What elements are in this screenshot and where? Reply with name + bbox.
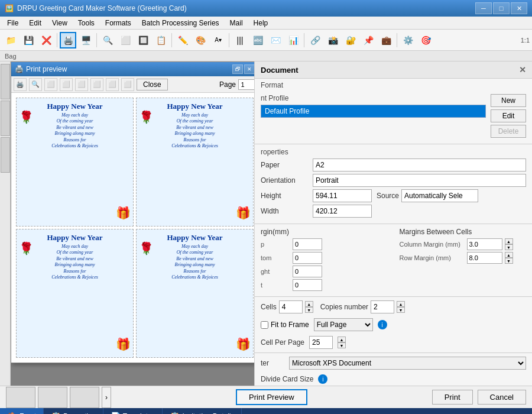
row-margin-down[interactable]: ▼	[505, 258, 513, 264]
preview-print-btn[interactable]: 🖨️	[14, 78, 27, 91]
fullpage-select[interactable]: Full Page	[314, 318, 373, 331]
margin-bottom-input[interactable]	[293, 252, 322, 264]
toolbar-text2[interactable]: 🔤	[249, 32, 266, 48]
paper-input[interactable]	[313, 159, 526, 172]
print-button[interactable]: Print	[432, 390, 473, 405]
toolbar-lock[interactable]: 🔐	[342, 32, 359, 48]
preview-zoom-btn[interactable]: 🔍	[29, 78, 42, 91]
toolbar: 📁 💾 ❌ 🖨️ 🖥️ 🔍 ⬜ 🔲 📋 ✏️ 🎨 A▾ ||| 🔤 ✉️ 📊 🔗…	[0, 30, 532, 51]
toolbar-paint[interactable]: 🎨	[192, 32, 209, 48]
copies-down[interactable]: ▼	[397, 307, 405, 313]
width-input[interactable]	[313, 205, 372, 218]
tab-invitation[interactable]: 📋 Invitation Details	[163, 408, 242, 414]
toolbar-email[interactable]: ✉️	[267, 32, 284, 48]
cell-per-page-input[interactable]	[309, 336, 333, 349]
toolbar-new[interactable]: 📁	[2, 32, 19, 48]
preview-close-label-btn[interactable]: Close	[137, 79, 168, 90]
tab-front[interactable]: 🏠 Front	[0, 408, 44, 414]
toolbar-chart[interactable]: 📊	[285, 32, 301, 48]
preview-fit6-btn[interactable]: ⬜	[121, 78, 134, 91]
tab-properties[interactable]: 📋 Properties	[44, 408, 103, 414]
cellperpage-down[interactable]: ▼	[338, 342, 346, 348]
page-input[interactable]	[238, 79, 254, 90]
toolbar-text-small[interactable]: A▾	[210, 32, 226, 48]
printer-select[interactable]: Microsoft XPS Document	[289, 357, 526, 370]
preview-title-bar: 🖨️ Print preview 🗗 ✕	[11, 62, 254, 76]
menu-file[interactable]: File	[2, 18, 23, 28]
column-margin-input[interactable]	[467, 238, 502, 250]
fit-to-frame-checkbox[interactable]	[261, 321, 268, 329]
toolbar-copy[interactable]: 📋	[153, 32, 169, 48]
toolbar-pen[interactable]: ✏️	[174, 32, 191, 48]
divide-info-icon[interactable]: i	[318, 374, 327, 384]
new-profile-button[interactable]: New	[491, 94, 526, 107]
preview-fit2-btn[interactable]: ⬜	[60, 78, 73, 91]
menu-help[interactable]: Help	[249, 18, 273, 28]
toolbar-screen[interactable]: 🖥️	[77, 32, 94, 48]
toolbar-rect1[interactable]: ⬜	[117, 32, 134, 48]
fit-to-frame-label[interactable]: Fit to Frame	[261, 321, 309, 329]
orientation-input[interactable]	[313, 174, 526, 187]
toolbar-print[interactable]: 🖨️	[60, 32, 76, 48]
menu-formats[interactable]: Formats	[100, 18, 136, 28]
copies-input[interactable]	[371, 300, 394, 313]
toolbar-barcode[interactable]: |||	[232, 32, 248, 48]
row-margin-up[interactable]: ▲	[505, 252, 513, 258]
toolbar-link[interactable]: 🔗	[307, 32, 323, 48]
menu-tools[interactable]: Tools	[73, 18, 99, 28]
toolbar-target[interactable]: 🎯	[417, 32, 434, 48]
print-preview-button[interactable]: Print Preview	[236, 389, 307, 405]
thumb-3[interactable]	[70, 387, 99, 408]
row-margin-input[interactable]	[467, 252, 502, 264]
menu-view[interactable]: View	[47, 18, 72, 28]
margin-right-input[interactable]	[293, 266, 322, 277]
menu-batch[interactable]: Batch Processing Series	[137, 18, 224, 28]
copies-up[interactable]: ▲	[397, 301, 405, 307]
toolbar-settings[interactable]: ⚙️	[400, 32, 416, 48]
margin-left-input[interactable]	[293, 279, 322, 291]
edit-profile-button[interactable]: Edit	[491, 109, 526, 122]
preview-fit3-btn[interactable]: ⬜	[75, 78, 88, 91]
toolbar-cam[interactable]: 📸	[325, 32, 341, 48]
card-item-2: 🌹 Happy New Year May each dayOf the comi…	[136, 98, 254, 227]
thumb-1[interactable]	[6, 387, 35, 408]
toolbar-close[interactable]: ❌	[38, 32, 54, 48]
column-margin-down[interactable]: ▼	[505, 244, 513, 250]
sidebar-tab-1[interactable]	[1, 64, 10, 99]
menu-edit[interactable]: Edit	[24, 18, 46, 28]
toolbar-save[interactable]: 💾	[20, 32, 37, 48]
sidebar-tab-3[interactable]	[1, 137, 10, 173]
cells-up[interactable]: ▲	[305, 301, 313, 307]
column-margin-up[interactable]: ▲	[505, 238, 513, 244]
card-body-1: May each dayOf the coming yearBe vibrant…	[51, 112, 98, 149]
cellperpage-up[interactable]: ▲	[338, 337, 346, 342]
sidebar-tab-2[interactable]	[1, 101, 10, 136]
tab-templates[interactable]: 📄 Templates	[103, 408, 163, 414]
thumb-more-btn[interactable]: ›	[102, 387, 111, 408]
profile-item-default[interactable]: Default Profile	[261, 105, 485, 117]
height-input[interactable]	[313, 189, 372, 202]
margin-top-input[interactable]	[293, 238, 322, 250]
fit-info-icon[interactable]: i	[378, 320, 387, 329]
toolbar-case[interactable]: 💼	[378, 32, 394, 48]
preview-restore-button[interactable]: 🗗	[232, 64, 243, 74]
cells-down[interactable]: ▼	[305, 307, 313, 313]
right-panel-close-button[interactable]: ✕	[519, 65, 526, 75]
delete-profile-button[interactable]: Delete	[491, 125, 526, 138]
menu-mail[interactable]: Mail	[225, 18, 248, 28]
thumb-2[interactable]	[38, 387, 67, 408]
cells-input[interactable]	[279, 300, 303, 313]
preview-close-button[interactable]: ✕	[244, 64, 254, 74]
cancel-button[interactable]: Cancel	[478, 390, 526, 405]
preview-fit5-btn[interactable]: ⬜	[106, 78, 119, 91]
minimize-button[interactable]: ─	[475, 2, 492, 14]
close-button[interactable]: ✕	[511, 2, 527, 14]
preview-fit4-btn[interactable]: ⬜	[90, 78, 103, 91]
source-input[interactable]	[401, 189, 478, 202]
toolbar-zoom[interactable]: 🔍	[99, 32, 116, 48]
toolbar-pin[interactable]: 📌	[360, 32, 377, 48]
profile-listbox[interactable]: Default Profile	[261, 105, 486, 118]
preview-fit1-btn[interactable]: ⬜	[44, 78, 57, 91]
maximize-button[interactable]: □	[493, 2, 510, 14]
toolbar-rect2[interactable]: 🔲	[135, 32, 151, 48]
